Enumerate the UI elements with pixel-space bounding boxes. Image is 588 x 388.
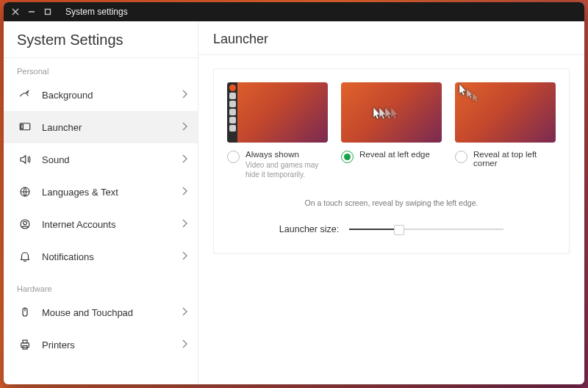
- option-label: Always shown: [245, 150, 328, 159]
- thumbnail-always-shown: [227, 82, 328, 143]
- sidebar-item-printers[interactable]: Printers: [4, 328, 198, 361]
- globe-icon: [17, 185, 33, 198]
- sidebar: System Settings Personal Background Laun…: [4, 21, 198, 384]
- bell-icon: [17, 250, 33, 263]
- sidebar-item-notifications[interactable]: Notifications: [4, 240, 198, 273]
- svg-point-5: [24, 221, 27, 225]
- background-icon: [17, 88, 33, 101]
- svg-rect-7: [21, 343, 29, 348]
- maximize-icon[interactable]: [43, 7, 52, 16]
- sidebar-item-languages[interactable]: Languages & Text: [4, 176, 198, 208]
- sidebar-item-label: Languages & Text: [42, 187, 118, 198]
- group-label-personal: Personal: [17, 67, 184, 76]
- sidebar-item-label: Mouse and Touchpad: [42, 307, 133, 318]
- sidebar-item-label: Background: [42, 90, 93, 101]
- sidebar-item-label: Launcher: [42, 122, 82, 133]
- option-desc: Video and games may hide it temporarily.: [245, 161, 328, 179]
- sidebar-item-background[interactable]: Background: [4, 79, 198, 111]
- slider-handle[interactable]: [394, 225, 404, 235]
- chevron-right-icon: [182, 307, 187, 318]
- chevron-right-icon: [182, 340, 187, 351]
- sidebar-item-mouse[interactable]: Mouse and Touchpad: [4, 296, 198, 328]
- option-reveal-edge[interactable]: Reveal at left edge: [341, 82, 442, 179]
- touch-hint: On a touch screen, reveal by swiping the…: [227, 198, 556, 207]
- settings-window: System settings System Settings Personal…: [4, 2, 584, 384]
- option-always-shown[interactable]: Always shown Video and games may hide it…: [227, 82, 328, 179]
- mouse-icon: [17, 306, 33, 319]
- thumbnail-reveal-edge: [341, 82, 442, 143]
- sidebar-item-accounts[interactable]: Internet Accounts: [4, 208, 198, 240]
- launcher-icon: [17, 121, 33, 134]
- page-title: Launcher: [213, 32, 570, 47]
- sound-icon: [17, 153, 33, 166]
- group-label-hardware: Hardware: [17, 284, 184, 293]
- launcher-size-control: Launcher size:: [227, 223, 556, 235]
- window-title: System settings: [65, 7, 128, 17]
- launcher-size-label: Launcher size:: [279, 224, 339, 234]
- main-panel: Launcher Always shown: [198, 21, 584, 384]
- printer-icon: [17, 338, 33, 351]
- radio-reveal-edge[interactable]: [341, 151, 354, 163]
- sidebar-item-label: Notifications: [42, 251, 94, 262]
- option-reveal-corner[interactable]: Reveal at top left corner: [455, 82, 556, 179]
- sidebar-item-launcher[interactable]: Launcher: [4, 111, 198, 143]
- launcher-size-slider[interactable]: [349, 223, 503, 235]
- option-label: Reveal at top left corner: [473, 150, 556, 168]
- titlebar: System settings: [4, 2, 584, 21]
- sidebar-title: System Settings: [17, 32, 184, 48]
- close-icon[interactable]: [11, 7, 20, 16]
- radio-reveal-corner[interactable]: [455, 151, 467, 163]
- person-icon: [17, 218, 33, 231]
- chevron-right-icon: [182, 154, 187, 165]
- minimize-icon[interactable]: [27, 7, 36, 16]
- sidebar-item-label: Printers: [42, 340, 75, 351]
- thumbnail-reveal-corner: [455, 82, 556, 143]
- svg-rect-0: [46, 10, 51, 15]
- launcher-settings-card: Always shown Video and games may hide it…: [213, 68, 570, 254]
- chevron-right-icon: [182, 251, 187, 262]
- slider-fill: [349, 229, 398, 230]
- radio-always-shown[interactable]: [227, 151, 240, 163]
- chevron-right-icon: [182, 219, 187, 230]
- sidebar-item-sound[interactable]: Sound: [4, 143, 198, 176]
- sidebar-item-label: Internet Accounts: [42, 219, 115, 230]
- sidebar-item-label: Sound: [42, 154, 70, 165]
- chevron-right-icon: [182, 122, 187, 133]
- svg-rect-8: [23, 340, 27, 343]
- option-label: Reveal at left edge: [359, 150, 430, 159]
- svg-rect-2: [21, 124, 24, 129]
- chevron-right-icon: [182, 90, 187, 101]
- chevron-right-icon: [182, 187, 187, 198]
